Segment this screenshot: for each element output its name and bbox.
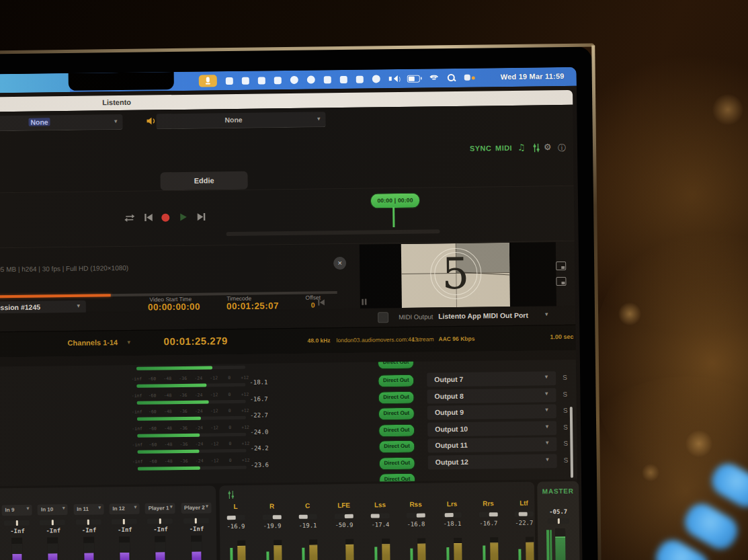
browser-icon[interactable] bbox=[242, 77, 249, 84]
user-button[interactable]: Eddie bbox=[160, 171, 247, 191]
channel-fader[interactable] bbox=[490, 543, 499, 560]
user-switch-icon[interactable] bbox=[464, 74, 475, 82]
master-fader[interactable] bbox=[555, 528, 566, 560]
timeline-track[interactable] bbox=[226, 229, 440, 236]
output-select[interactable]: Output 7▾ bbox=[427, 371, 556, 387]
pan-handle[interactable] bbox=[226, 516, 235, 520]
channel-fader[interactable] bbox=[309, 545, 318, 560]
pan-slider[interactable] bbox=[147, 518, 173, 524]
pan-slider[interactable] bbox=[183, 518, 208, 523]
pan-slider[interactable] bbox=[263, 514, 282, 520]
solo-button[interactable]: S bbox=[563, 424, 568, 431]
settings-flower-icon[interactable] bbox=[340, 75, 347, 83]
video-pause-icon[interactable] bbox=[361, 298, 368, 306]
channel-fader[interactable] bbox=[526, 543, 534, 560]
channel-fader[interactable] bbox=[47, 537, 58, 560]
channel-fader[interactable] bbox=[11, 538, 23, 560]
input-channel-select[interactable]: Player 2▾ bbox=[181, 502, 211, 514]
music-note-icon[interactable]: ♫ bbox=[517, 143, 526, 153]
direct-out-button[interactable]: Direct Out bbox=[378, 424, 415, 438]
pan-slider[interactable] bbox=[226, 515, 245, 520]
pan-slider[interactable] bbox=[40, 520, 65, 525]
menu-bar-clock[interactable]: Wed 19 Mar 11:59 bbox=[501, 72, 565, 81]
channel-fader[interactable] bbox=[83, 537, 95, 560]
input-channel-select[interactable]: In 10▾ bbox=[38, 504, 68, 516]
pan-slider[interactable] bbox=[407, 513, 425, 518]
pan-handle[interactable] bbox=[272, 515, 281, 519]
input-channel-select[interactable]: Player 1▾ bbox=[145, 503, 175, 514]
pan-slider[interactable] bbox=[443, 512, 462, 518]
pan-handle[interactable] bbox=[518, 512, 527, 516]
channels-label[interactable]: Channels 1-14 bbox=[67, 338, 118, 347]
sliders-icon[interactable] bbox=[532, 143, 540, 152]
wifi-icon[interactable] bbox=[429, 75, 439, 82]
channel-fader[interactable] bbox=[237, 546, 246, 560]
direct-out-button[interactable]: Direct Out bbox=[379, 457, 415, 471]
pan-slider[interactable] bbox=[112, 519, 137, 524]
gear-icon[interactable]: ⚙ bbox=[544, 142, 552, 152]
channel-fader[interactable] bbox=[382, 544, 390, 560]
solo-button[interactable]: S bbox=[563, 374, 567, 381]
pan-slider[interactable] bbox=[298, 514, 317, 520]
pan-slider[interactable] bbox=[515, 512, 534, 517]
pan-slider[interactable] bbox=[4, 520, 30, 526]
playhead-marker[interactable] bbox=[392, 207, 394, 227]
pan-handle[interactable] bbox=[444, 513, 453, 517]
screen-share-icon[interactable] bbox=[274, 77, 282, 84]
midi-port-select[interactable]: Listento App MIDI Out Port bbox=[438, 311, 528, 321]
battery-icon[interactable] bbox=[407, 75, 420, 82]
pan-slider[interactable] bbox=[75, 519, 101, 524]
pan-handle[interactable] bbox=[344, 514, 353, 518]
next-icon[interactable] bbox=[196, 212, 206, 221]
document-icon[interactable] bbox=[324, 76, 331, 83]
midi-indicator[interactable]: MIDI bbox=[495, 144, 512, 152]
record-button[interactable] bbox=[160, 212, 171, 223]
previous-icon[interactable] bbox=[143, 212, 153, 222]
audio-source-select[interactable]: None ▾ bbox=[0, 114, 123, 132]
channel-fader[interactable] bbox=[119, 536, 130, 560]
play-button[interactable] bbox=[178, 212, 188, 222]
midi-output-checkbox[interactable] bbox=[378, 312, 388, 323]
video-preview[interactable]: 5 bbox=[360, 242, 556, 309]
input-channel-select[interactable]: In 9▾ bbox=[1, 505, 32, 516]
speaker-icon[interactable] bbox=[146, 116, 156, 125]
pan-slider[interactable] bbox=[371, 513, 390, 518]
direct-out-button[interactable]: Direct Out bbox=[378, 374, 414, 388]
channel-fader[interactable] bbox=[454, 543, 462, 560]
channel-fader[interactable] bbox=[191, 536, 202, 560]
mic-icon[interactable] bbox=[199, 75, 217, 87]
solo-button[interactable]: S bbox=[563, 440, 568, 447]
search-icon[interactable] bbox=[448, 74, 456, 82]
folder-icon[interactable] bbox=[258, 77, 265, 84]
sync-indicator[interactable]: SYNC bbox=[470, 144, 491, 152]
pan-slider[interactable] bbox=[479, 512, 498, 517]
close-icon[interactable]: × bbox=[333, 257, 346, 270]
channel-fader[interactable] bbox=[274, 545, 282, 560]
info-icon[interactable] bbox=[307, 76, 315, 84]
direct-out-button[interactable]: Direct Out bbox=[378, 440, 415, 454]
volume-icon[interactable] bbox=[389, 75, 399, 83]
clipboard-icon[interactable] bbox=[356, 75, 364, 83]
pan-handle[interactable] bbox=[298, 515, 307, 519]
direct-out-button[interactable]: Direct Out bbox=[378, 391, 414, 404]
scrollbar-thumb[interactable] bbox=[570, 407, 573, 478]
pan-handle[interactable] bbox=[416, 514, 425, 518]
offset-value[interactable]: 0 bbox=[293, 301, 333, 309]
solo-button[interactable]: S bbox=[564, 456, 569, 464]
pan-slider[interactable] bbox=[335, 514, 354, 519]
solo-button[interactable]: S bbox=[563, 391, 567, 398]
master-pan-slider[interactable] bbox=[548, 518, 569, 524]
channel-fader[interactable] bbox=[417, 544, 426, 560]
input-channel-select[interactable]: In 12▾ bbox=[109, 504, 139, 515]
direct-out-button[interactable]: Direct Out bbox=[378, 407, 415, 421]
info-icon[interactable]: ⓘ bbox=[558, 143, 567, 154]
popout-icon[interactable] bbox=[556, 277, 566, 286]
solo-button[interactable]: S bbox=[563, 407, 568, 414]
output-device-select[interactable]: None ▾ bbox=[156, 112, 325, 129]
output-select[interactable]: Output 9▾ bbox=[427, 404, 556, 419]
output-select[interactable]: Output 12▾ bbox=[428, 454, 557, 469]
pip-icon[interactable] bbox=[556, 262, 566, 270]
shield-icon[interactable] bbox=[290, 76, 298, 84]
output-select[interactable]: Output 8▾ bbox=[427, 388, 556, 403]
channel-fader[interactable] bbox=[345, 545, 354, 560]
